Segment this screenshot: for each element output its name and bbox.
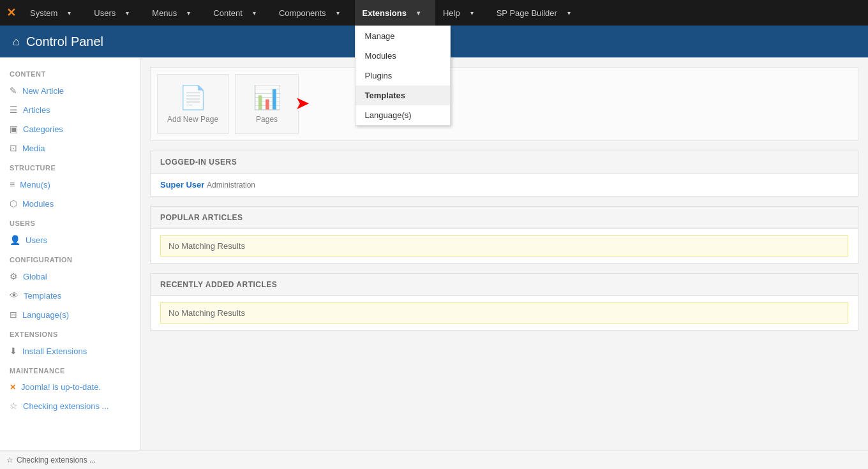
- sidebar-label-global: Global: [23, 272, 47, 281]
- pencil-icon: ✎: [10, 86, 17, 96]
- sidebar-section-extensions: EXTENSIONS: [0, 324, 140, 341]
- sidebar-label-users: Users: [26, 235, 47, 245]
- sidebar-label-install-extensions: Install Extensions: [22, 346, 87, 356]
- status-star-icon: ☆: [6, 456, 13, 465]
- top-navbar: ✕ System ▾ Users ▾ Menus ▾ Content ▾ Com…: [0, 0, 868, 26]
- popular-articles-body: No Matching Results: [151, 229, 858, 263]
- dropdown-item-plugins[interactable]: Plugins: [355, 66, 450, 86]
- dropdown-item-modules[interactable]: Modules: [355, 46, 450, 66]
- sidebar-section-users: USERS: [0, 213, 140, 230]
- sidebar-item-media[interactable]: ⊡ Media: [0, 138, 140, 158]
- nav-item-menus[interactable]: Menus ▾: [144, 0, 206, 26]
- status-text: Checking extensions ...: [17, 456, 96, 465]
- menu-icon: ≡: [10, 179, 15, 190]
- sidebar-label-media: Media: [22, 144, 45, 153]
- sidebar-item-install-extensions[interactable]: ⬇ Install Extensions: [0, 341, 140, 361]
- joomla-icon: ✕: [10, 383, 16, 392]
- recently-added-articles-header: RECENTLY ADDED ARTICLES: [151, 274, 858, 296]
- recently-added-articles-body: No Matching Results: [151, 296, 858, 330]
- joomla-logo: ✕: [6, 6, 16, 20]
- folder-icon: ▣: [10, 124, 18, 134]
- sidebar-section-structure: STRUCTURE: [0, 158, 140, 175]
- sidebar-item-languages[interactable]: ⊟ Language(s): [0, 305, 140, 324]
- popular-articles-header: POPULAR ARTICLES: [151, 207, 858, 229]
- quick-icon-pages[interactable]: 📊 Pages: [235, 74, 299, 134]
- sidebar-item-users[interactable]: 👤 Users: [0, 230, 140, 249]
- language-icon: ⊟: [10, 309, 17, 320]
- nav-item-help[interactable]: Help ▾: [435, 0, 489, 26]
- sidebar-item-categories[interactable]: ▣ Categories: [0, 119, 140, 138]
- sidebar-label-menus: Menu(s): [20, 180, 50, 190]
- download-icon: ⬇: [10, 346, 17, 356]
- page-title: Control Panel: [26, 34, 103, 49]
- sidebar-section-configuration: CONFIGURATION: [0, 249, 140, 267]
- list-icon: ☰: [10, 105, 18, 115]
- nav-item-components[interactable]: Components ▾: [271, 0, 355, 26]
- sidebar-item-templates[interactable]: 👁 Templates: [0, 286, 140, 305]
- nav-item-system[interactable]: System ▾: [22, 0, 86, 26]
- nav-item-users[interactable]: Users ▾: [86, 0, 144, 26]
- media-icon: ⊡: [10, 143, 17, 153]
- dropdown-item-templates[interactable]: Templates: [355, 86, 450, 105]
- sidebar-label-categories: Categories: [23, 124, 63, 134]
- quick-icon-label-add-new-page: Add New Page: [167, 115, 218, 124]
- sidebar-label-new-article: New Article: [22, 86, 64, 96]
- sidebar: CONTENT ✎ New Article ☰ Articles ▣ Categ…: [0, 57, 140, 469]
- quick-icon-label-pages: Pages: [256, 115, 278, 124]
- nav-item-content[interactable]: Content ▾: [206, 0, 271, 26]
- popular-articles-no-results: No Matching Results: [160, 235, 848, 257]
- status-bar: ☆ Checking extensions ...: [0, 450, 868, 469]
- gear-icon: ⚙: [10, 271, 18, 281]
- user-role: Administration: [207, 181, 255, 190]
- add-page-icon: 📄: [167, 84, 218, 111]
- user-icon: 👤: [10, 235, 20, 245]
- content-area: 📄 Add New Page 📊 Pages LOGGED-IN USERS S…: [140, 57, 868, 469]
- extensions-dropdown: Manage Modules Plugins Templates Languag…: [355, 26, 451, 126]
- sidebar-section-maintenance: MAINTENANCE: [0, 361, 140, 378]
- star-icon: ☆: [10, 401, 18, 411]
- home-icon: ⌂: [13, 35, 20, 48]
- popular-articles-panel: POPULAR ARTICLES No Matching Results: [150, 206, 858, 264]
- module-icon: ⬡: [10, 198, 17, 209]
- red-arrow-indicator: ➤: [295, 93, 310, 114]
- dropdown-item-manage[interactable]: Manage: [355, 26, 450, 46]
- sidebar-section-content: CONTENT: [0, 64, 140, 81]
- sidebar-label-articles: Articles: [23, 105, 50, 115]
- sidebar-item-modules[interactable]: ⬡ Modules: [0, 194, 140, 213]
- nav-item-extensions[interactable]: Extensions ▾ Manage Modules Plugins Temp…: [355, 0, 435, 26]
- logged-in-users-panel: LOGGED-IN USERS Super User Administratio…: [150, 151, 858, 197]
- sidebar-item-checking-extensions[interactable]: ☆ Checking extensions ...: [0, 396, 140, 415]
- sidebar-item-menus[interactable]: ≡ Menu(s): [0, 175, 140, 194]
- sidebar-label-checking-extensions: Checking extensions ...: [23, 401, 108, 411]
- eye-icon: 👁: [10, 290, 19, 301]
- sidebar-item-joomla-update[interactable]: ✕ Joomla! is up-to-date.: [0, 378, 140, 396]
- sidebar-label-languages: Language(s): [22, 310, 69, 320]
- logged-in-users-body: Super User Administration: [151, 174, 858, 196]
- recently-added-articles-no-results: No Matching Results: [160, 302, 848, 324]
- user-link-super-user[interactable]: Super User: [160, 180, 204, 190]
- sidebar-label-joomla-update: Joomla! is up-to-date.: [21, 382, 101, 392]
- quick-icon-add-new-page[interactable]: 📄 Add New Page: [157, 74, 228, 134]
- sidebar-label-templates: Templates: [24, 291, 61, 301]
- pages-icon: 📊: [245, 84, 288, 111]
- sidebar-item-global[interactable]: ⚙ Global: [0, 267, 140, 286]
- nav-menu: System ▾ Users ▾ Menus ▾ Content ▾ Compo…: [22, 0, 586, 26]
- quick-icons-panel: 📄 Add New Page 📊 Pages: [150, 67, 858, 141]
- recently-added-articles-panel: RECENTLY ADDED ARTICLES No Matching Resu…: [150, 273, 858, 331]
- sidebar-item-articles[interactable]: ☰ Articles: [0, 100, 140, 119]
- dropdown-item-languages[interactable]: Language(s): [355, 105, 450, 125]
- sidebar-label-modules: Modules: [22, 199, 54, 209]
- nav-item-sp-page-builder[interactable]: SP Page Builder ▾: [489, 0, 586, 26]
- logged-in-users-header: LOGGED-IN USERS: [151, 151, 858, 174]
- sidebar-item-new-article[interactable]: ✎ New Article: [0, 81, 140, 100]
